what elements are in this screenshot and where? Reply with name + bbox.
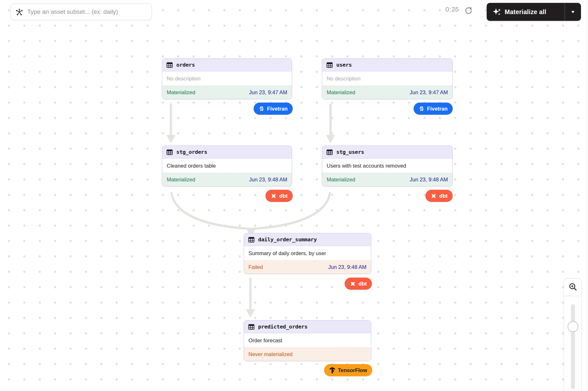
asset-node-predicted_orders[interactable]: predicted_orders Order forecast Never ma… xyxy=(244,320,371,361)
table-icon xyxy=(326,149,333,155)
asset-node-orders[interactable]: orders No description Materialized Jun 2… xyxy=(162,58,292,99)
badge-label: TensorFlow xyxy=(338,367,367,373)
node-header: predicted_orders xyxy=(244,320,371,333)
zoom-slider-thumb[interactable] xyxy=(567,321,578,332)
zoom-control xyxy=(564,278,582,391)
materialize-all-button[interactable]: Materialize all ▼ xyxy=(487,3,581,21)
asset-title: orders xyxy=(176,62,195,68)
fivetran-badge[interactable]: Fivetran xyxy=(254,103,293,115)
status-label: Materialized xyxy=(327,177,355,183)
badge-label: dbt xyxy=(279,193,288,199)
asset-node-daily_order_summary[interactable]: daily_order_summary Summary of daily ord… xyxy=(244,233,371,274)
table-icon xyxy=(166,62,173,68)
asset-node-stg_orders[interactable]: stg_orders Cleaned orders table Material… xyxy=(162,146,292,187)
materialization-timestamp: Jun 23, 9:48 AM xyxy=(249,177,287,183)
status-label: Materialized xyxy=(167,177,195,183)
asset-description: No description xyxy=(162,71,292,86)
badge-label: Fivetran xyxy=(427,106,448,112)
asset-description: Summary of daily orders, by user xyxy=(244,246,371,260)
zoom-in-button[interactable] xyxy=(564,279,582,296)
status-label: Materialized xyxy=(327,89,355,96)
materialization-timestamp: Jun 23, 9:48 AM xyxy=(328,264,366,270)
asset-description: No description xyxy=(322,71,452,86)
magnifier-plus-icon xyxy=(568,282,578,292)
table-icon xyxy=(326,62,333,68)
sparkle-icon xyxy=(493,8,501,16)
status-label: Failed xyxy=(248,264,263,270)
asset-status-bar: Failed Jun 23, 9:48 AM xyxy=(244,260,371,274)
materialize-options-caret[interactable]: ▼ xyxy=(565,3,581,21)
dbt-icon xyxy=(271,193,277,199)
asset-selection-icon xyxy=(15,8,23,16)
badge-label: Fivetran xyxy=(267,106,288,112)
asset-title: users xyxy=(336,62,352,68)
fivetran-icon xyxy=(259,106,265,112)
fivetran-badge[interactable]: Fivetran xyxy=(414,103,453,115)
refresh-icon[interactable] xyxy=(464,5,473,15)
badge-label: dbt xyxy=(439,193,448,199)
asset-status-bar: Materialized Jun 23, 9:48 AM xyxy=(162,173,292,186)
dbt-badge[interactable]: dbt xyxy=(265,190,293,202)
materialization-timestamp: Jun 23, 9:48 AM xyxy=(410,177,448,183)
dbt-badge[interactable]: dbt xyxy=(345,278,372,290)
asset-node-stg_users[interactable]: stg_users Users with test accounts remov… xyxy=(322,146,453,187)
asset-subset-search[interactable] xyxy=(11,4,152,20)
badge-label: dbt xyxy=(358,281,367,287)
search-input[interactable] xyxy=(27,8,147,15)
materialize-all-label: Materialize all xyxy=(505,8,546,16)
edge-stg_orders-daily xyxy=(172,193,251,229)
node-header: orders xyxy=(162,59,292,71)
asset-title: daily_order_summary xyxy=(258,237,317,243)
asset-description: Users with test accounts removed xyxy=(322,159,452,173)
fivetran-icon xyxy=(419,106,424,112)
materialize-all-main[interactable]: Materialize all xyxy=(487,3,565,21)
dbt-icon xyxy=(350,281,356,287)
tensorflow-icon xyxy=(329,367,335,374)
asset-title: stg_orders xyxy=(176,149,207,155)
node-header: stg_users xyxy=(322,146,452,159)
node-header: users xyxy=(322,59,452,71)
status-label: Never materialized xyxy=(248,351,293,357)
asset-description: Cleaned orders table xyxy=(162,159,292,173)
asset-status-bar: Materialized Jun 23, 9:48 AM xyxy=(322,173,452,186)
zoom-slider-track[interactable] xyxy=(571,304,575,389)
tensorflow-badge[interactable]: TensorFlow xyxy=(324,364,372,376)
node-header: stg_orders xyxy=(162,146,292,159)
materialization-timestamp: Jun 23, 9:47 AM xyxy=(410,89,448,96)
node-header: daily_order_summary xyxy=(244,233,371,246)
table-icon xyxy=(248,324,255,330)
asset-title: stg_users xyxy=(336,149,364,155)
caret-down-icon: ▼ xyxy=(570,10,575,14)
dbt-badge[interactable]: dbt xyxy=(425,190,453,202)
materialization-timestamp: Jun 23, 9:47 AM xyxy=(249,89,287,96)
dbt-icon xyxy=(431,193,437,199)
table-icon xyxy=(166,149,173,155)
table-icon xyxy=(248,237,255,243)
asset-status-bar: Materialized Jun 23, 9:47 AM xyxy=(322,86,452,99)
asset-title: predicted_orders xyxy=(258,324,307,330)
status-label: Materialized xyxy=(167,89,195,96)
refresh-timer: 0:25 xyxy=(436,5,459,13)
asset-graph-canvas[interactable]: 0:25 Materialize all ▼ xyxy=(0,0,588,391)
asset-status-bar: Materialized Jun 23, 9:47 AM xyxy=(162,86,292,99)
asset-description: Order forecast xyxy=(244,333,371,347)
asset-status-bar: Never materialized xyxy=(244,347,371,361)
asset-node-users[interactable]: users No description Materialized Jun 23… xyxy=(322,58,453,99)
